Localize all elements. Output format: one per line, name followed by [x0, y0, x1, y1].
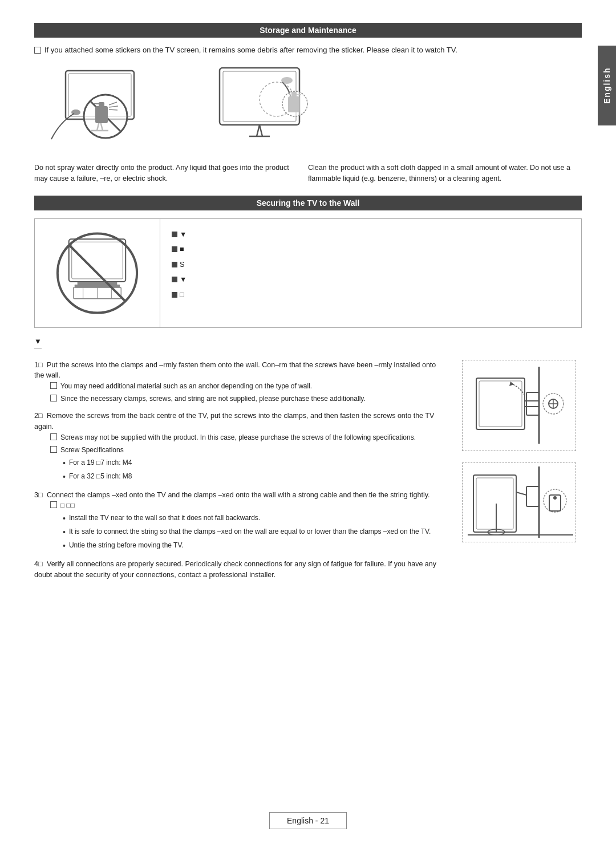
note-section: ▼ [34, 337, 582, 354]
item-5: □ [180, 289, 184, 302]
step-1-sub-2: Since the necessary clamps, screws, and … [50, 393, 445, 404]
step-2-text: Remove the screws from the back centre o… [34, 412, 434, 431]
svg-point-5 [71, 109, 80, 115]
check-icon [50, 382, 57, 389]
step-2: 2□ Remove the screws from the back centr… [34, 411, 445, 483]
step-2-spec-2: • For a 32 □5 inch: M8 [63, 471, 445, 483]
svg-rect-36 [479, 381, 522, 427]
step-3-bullet-2: • It is safe to connect the string so th… [63, 526, 445, 538]
side-tab-label: English [602, 67, 611, 104]
bullet-3: • [63, 513, 66, 525]
check-icon-5 [50, 501, 57, 508]
svg-rect-49 [476, 478, 513, 529]
wall-mount-prohibition-diagram [46, 230, 148, 316]
item-3: S [180, 258, 184, 271]
step-2-sub-2: Screw Specifications [50, 445, 445, 455]
step-1: 1□ Put the screws into the clamps and –r… [34, 360, 445, 404]
small-square-icon [172, 232, 177, 237]
storage-header: Storage and Maintenance [34, 23, 582, 38]
securing-section: Securing the TV to the Wall [34, 196, 582, 587]
storage-section: Storage and Maintenance If you attached … [34, 23, 582, 184]
tv-cloth-diagram [208, 65, 317, 151]
instructions-text: 1□ Put the screws into the clamps and –r… [34, 360, 445, 587]
step-3-bullet-2-text: It is safe to connect the string so that… [69, 526, 431, 537]
step-2-spec-2-text: For a 32 □5 inch: M8 [69, 471, 132, 481]
item-row-2: ■ [172, 243, 570, 256]
check-icon-2 [50, 395, 57, 401]
footer-label: English - 21 [287, 816, 329, 825]
step-1-sub-2-text: Since the necessary clamps, screws, and … [60, 393, 366, 404]
wall-mount-diagram-1 [465, 361, 573, 449]
diagram-right [205, 62, 319, 153]
item-2: ■ [180, 243, 184, 256]
step-2-num: 2□ [34, 411, 43, 421]
svg-rect-25 [69, 239, 125, 282]
item-1: ▼ [180, 228, 187, 241]
step-1-num: 1□ [34, 360, 43, 371]
storage-note: If you attached some stickers on the TV … [34, 46, 582, 54]
step-3-bullet-1-text: Install the TV near to the wall so that … [69, 513, 260, 523]
small-square-icon-4 [172, 277, 177, 282]
step-3-text: Connect the clamps –xed onto the TV and … [47, 491, 429, 499]
bullet-4: • [63, 526, 66, 538]
step-3-num: 3□ [34, 490, 43, 501]
instructions-diagrams [456, 360, 582, 587]
side-tab: English [598, 46, 616, 125]
small-square-icon-3 [172, 262, 177, 267]
securing-items: ▼ ■ S ▼ □ [160, 219, 581, 327]
small-square-icon-5 [172, 292, 177, 298]
step-3-bullet-3-text: Untie the string before moving the TV. [69, 540, 184, 550]
item-row-5: □ [172, 289, 570, 302]
svg-rect-9 [99, 102, 104, 109]
wall-diagram-2 [462, 462, 576, 542]
wall-mount-diagram-2 [465, 464, 573, 541]
step-4-num: 4□ [34, 559, 43, 570]
diagram-left [46, 62, 160, 153]
step-2-sub-2-text: Screw Specifications [60, 445, 124, 455]
item-row-4: ▼ [172, 273, 570, 286]
svg-rect-35 [476, 378, 525, 429]
step-1-sub-1: You may need additional material such as… [50, 381, 445, 391]
text-left: Do not spray water directly onto the pro… [34, 164, 289, 182]
text-col-left: Do not spray water directly onto the pro… [34, 163, 308, 184]
footer: English - 21 [0, 812, 616, 829]
page-container: English Storage and Maintenance If you a… [0, 0, 616, 852]
svg-rect-38 [526, 392, 539, 415]
note-header: ▼ [34, 337, 42, 348]
securing-diagram [35, 219, 160, 327]
storage-note-text: If you attached some stickers on the TV … [44, 46, 457, 54]
item-4: ▼ [180, 273, 187, 286]
step-2-spec-1-text: For a 19 □7 inch: M4 [69, 457, 132, 468]
svg-rect-48 [473, 475, 516, 532]
small-square-icon-2 [172, 246, 177, 252]
footer-box: English - 21 [269, 812, 347, 829]
svg-line-16 [257, 125, 260, 136]
svg-line-51 [516, 492, 526, 495]
step-3-sub-1-text: □ □□ [60, 500, 75, 510]
tv-spray-diagram [48, 65, 157, 151]
wall-diagram-1 [462, 360, 576, 451]
bullet-5: • [63, 540, 66, 552]
check-icon-4 [50, 446, 57, 453]
securing-header: Securing the TV to the Wall [34, 196, 582, 210]
svg-point-24 [282, 91, 307, 116]
securing-box: ▼ ■ S ▼ □ [34, 218, 582, 328]
step-1-sub-1-text: You may need additional material such as… [60, 381, 312, 391]
step-4: 4□ Verify all connections are properly s… [34, 559, 445, 581]
text-right: Clean the product with a soft cloth dapp… [308, 164, 570, 182]
step-1-text: Put the screws into the clamps and –rmly… [34, 361, 436, 380]
instructions-area: 1□ Put the screws into the clamps and –r… [34, 360, 582, 587]
step-4-text: Verify all connections are properly secu… [34, 560, 436, 579]
svg-line-17 [260, 125, 262, 136]
checkbox-icon [34, 47, 41, 54]
bullet-2: • [63, 471, 66, 483]
check-icon-3 [50, 433, 57, 440]
step-2-sub-1-text: Screws may not be supplied with the prod… [60, 432, 416, 443]
images-row [34, 62, 582, 153]
step-3: 3□ Connect the clamps –xed onto the TV a… [34, 490, 445, 553]
svg-point-19 [281, 77, 293, 84]
svg-rect-50 [526, 486, 539, 506]
step-3-bullet-3: • Untie the string before moving the TV. [63, 540, 445, 552]
step-3-sub-1: □ □□ [50, 500, 445, 510]
svg-point-54 [553, 496, 557, 500]
